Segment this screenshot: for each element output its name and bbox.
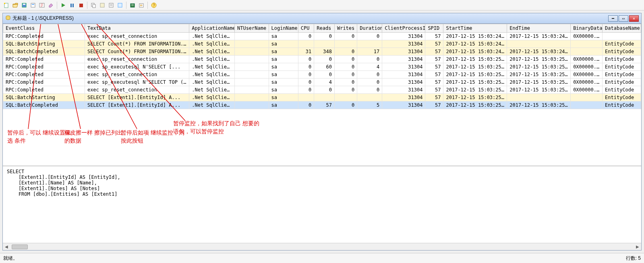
table-row[interactable]: RPC:Completedexec sp_reset_connection.Ne… xyxy=(3,56,641,63)
cell: EntityCode xyxy=(603,56,641,63)
eraser-button[interactable] xyxy=(47,1,55,9)
copy-button[interactable] xyxy=(89,1,97,9)
trace-grid[interactable]: EventClassTextDataApplicationNameNTUserN… xyxy=(3,24,641,109)
minimize-button[interactable]: ━ xyxy=(608,15,618,22)
table-row[interactable]: SQL:BatchStarting SELECT Count(*) FROM I… xyxy=(3,40,641,48)
column-header[interactable]: Duration xyxy=(357,24,382,33)
cell xyxy=(334,40,357,48)
column-header[interactable]: CPU xyxy=(298,24,314,33)
play-button[interactable] xyxy=(59,1,67,9)
sql-detail-pane[interactable]: SELECT [Extent1].[EntityId] AS [EntityId… xyxy=(3,166,641,243)
column-header[interactable]: NTUserName xyxy=(234,24,269,33)
column-header[interactable]: BinaryData xyxy=(571,24,603,33)
table-row[interactable]: SQL:BatchCompletedSELECT [Extent1].[Enti… xyxy=(3,101,641,109)
cell: 31 xyxy=(298,48,314,56)
horizontal-scrollbar[interactable]: ◀ ▶ xyxy=(3,243,641,250)
column-header[interactable]: StartTime xyxy=(443,24,507,33)
column-header[interactable]: Reads xyxy=(314,24,335,33)
cell: 0X00000... xyxy=(571,33,603,40)
cell: 31304 xyxy=(382,33,425,40)
cell xyxy=(603,33,641,40)
filter-button[interactable] xyxy=(38,1,46,9)
cell: EntityCode xyxy=(603,101,641,109)
cell: .Net SqlClie... xyxy=(189,86,235,94)
column-header[interactable]: LoginName xyxy=(269,24,298,33)
svg-rect-12 xyxy=(100,3,104,7)
cell: 2017-12-15 15:03:25... xyxy=(507,71,571,79)
cell: exec sp_reset_connection xyxy=(85,71,189,79)
stop-button[interactable] xyxy=(77,1,85,9)
cell xyxy=(234,63,269,71)
template-button[interactable] xyxy=(98,1,106,9)
cell: 2017-12-15 15:03:24... xyxy=(443,40,507,48)
cell: EntityCode xyxy=(603,48,641,56)
column-header[interactable]: DatabaseName xyxy=(603,24,641,33)
column-header[interactable]: SPID xyxy=(425,24,443,33)
new-trace-button[interactable] xyxy=(2,1,10,9)
column-header[interactable]: Writes xyxy=(334,24,357,33)
svg-rect-5 xyxy=(32,4,34,5)
close-button[interactable]: ✕ xyxy=(629,15,639,22)
save-button[interactable] xyxy=(20,1,28,9)
column-header[interactable]: EventClass xyxy=(3,24,85,33)
svg-rect-9 xyxy=(79,4,83,7)
aggregate-button[interactable] xyxy=(137,1,145,9)
cell xyxy=(507,40,571,48)
scroll-thumb[interactable] xyxy=(12,244,28,249)
window-button[interactable] xyxy=(116,1,124,9)
cell: .Net SqlClie... xyxy=(189,56,235,63)
cell: 31304 xyxy=(382,86,425,94)
table-row[interactable]: RPC:Completedexec sp_reset_connection.Ne… xyxy=(3,71,641,79)
open-button[interactable] xyxy=(11,1,19,9)
export-button[interactable] xyxy=(128,1,137,9)
cell: 2017-12-15 15:03:24... xyxy=(443,33,507,40)
cell: 0 xyxy=(298,86,314,94)
cell xyxy=(234,86,269,94)
column-header[interactable]: ApplicationName xyxy=(189,24,235,33)
cell: EntityCode xyxy=(603,63,641,71)
cell: 0 xyxy=(334,79,357,86)
cell: exec sp_reset_connection xyxy=(85,33,189,40)
column-header[interactable]: EndTime xyxy=(507,24,571,33)
document-titlebar[interactable]: 无标题 - 1 (.\SQLEXPRESS) ━ ▭ ✕ xyxy=(3,13,641,24)
svg-rect-8 xyxy=(72,4,74,7)
table-row[interactable]: RPC:Completedexec sp_executesql N'SELECT… xyxy=(3,79,641,86)
scroll-left-icon[interactable]: ◀ xyxy=(3,244,10,249)
pause-button[interactable] xyxy=(68,1,76,9)
table-row[interactable]: RPC:Completedexec sp_executesql N'SELECT… xyxy=(3,63,641,71)
column-header[interactable]: ClientProcessID xyxy=(382,24,425,33)
cell xyxy=(571,101,603,109)
table-row[interactable]: SQL:BatchStartingSELECT [Extent1].[Entit… xyxy=(3,94,641,101)
cell: RPC:Completed xyxy=(3,86,85,94)
grid-header-row[interactable]: EventClassTextDataApplicationNameNTUserN… xyxy=(3,24,641,33)
cell: 31304 xyxy=(382,56,425,63)
table-row[interactable]: RPC:Completedexec sp_reset_connection.Ne… xyxy=(3,86,641,94)
properties-button[interactable] xyxy=(29,1,37,9)
cell: 57 xyxy=(425,33,443,40)
table-row[interactable]: SQL:BatchCompleted SELECT Count(*) FROM … xyxy=(3,48,641,56)
cell: 0 xyxy=(357,33,382,40)
maximize-button[interactable]: ▭ xyxy=(619,15,628,22)
cell: SELECT Count(*) FROM INFORMATION... xyxy=(85,40,189,48)
cell: 0 xyxy=(314,71,335,79)
cell: 57 xyxy=(425,94,443,101)
svg-rect-7 xyxy=(70,4,72,7)
cell: 0 xyxy=(314,33,335,40)
cell: 0 xyxy=(314,56,335,63)
cell: 0 xyxy=(298,79,314,86)
svg-rect-1 xyxy=(4,3,5,4)
cell xyxy=(234,79,269,86)
select-button[interactable] xyxy=(107,1,115,9)
table-row[interactable]: RPC:Completedexec sp_reset_connection.Ne… xyxy=(3,33,641,40)
column-header[interactable]: TextData xyxy=(85,24,189,33)
cell: EntityCode xyxy=(603,71,641,79)
cell: sa xyxy=(269,33,298,40)
cell: SQL:BatchCompleted xyxy=(3,101,85,109)
cell: sa xyxy=(269,63,298,71)
cell xyxy=(298,94,314,101)
cell: 0X00000... xyxy=(571,79,603,86)
scroll-right-icon[interactable]: ▶ xyxy=(634,244,641,249)
help-button[interactable]: ? xyxy=(150,1,158,9)
cell: SQL:BatchStarting xyxy=(3,40,85,48)
cell: 2017-12-15 15:03:25... xyxy=(443,56,507,63)
